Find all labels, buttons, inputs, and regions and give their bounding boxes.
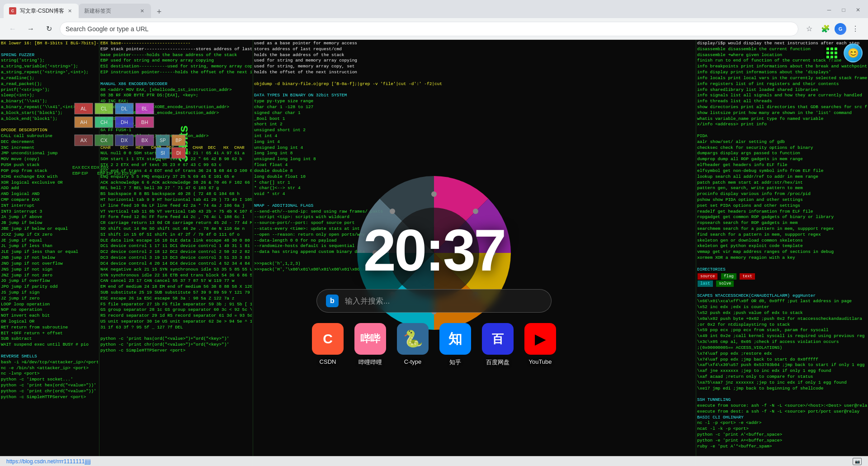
tab-newtab-title: 新建标签页 — [84, 7, 137, 15]
bg-text: SO shift out 14 0e SO shift out 46 2e . … — [100, 226, 252, 232]
tab-newtab[interactable]: 新建标签页 ✕ — [79, 4, 151, 18]
register-diagram: 32bits 16bits Bit AL CL DL BL AH CH D — [70, 99, 197, 200]
bg-text — [697, 128, 867, 133]
extensions-button[interactable]: 🧩 — [818, 22, 833, 36]
bg-text: \x0a\x02 push byte +0x02 ;push 0x2 for n… — [697, 316, 867, 322]
bg-text: searchmem search for a pattern in mem, s… — [697, 226, 867, 232]
bg-text: ESI destination-----------used for strin… — [100, 64, 252, 70]
app-icons-row: C CSDN 哔哔 哔哩哔哩 🐍 C-type 知 知乎 百 百度网盘 — [312, 323, 556, 366]
bg-text: \x3c\x05 cmp al, 0x05 ;check if access v… — [697, 339, 867, 345]
back-button[interactable]: ← — [5, 22, 20, 36]
status-bar-right: 📷 — [853, 458, 862, 465]
app-icon-csdn[interactable]: C CSDN — [312, 323, 344, 365]
bg-text: DLE data link escape 16 10 DLE data link… — [100, 238, 252, 244]
user-avatar[interactable]: 😊 — [844, 43, 863, 62]
bookmark-button[interactable]: ☆ — [802, 22, 816, 36]
tab-newtab-close[interactable]: ✕ — [138, 7, 146, 14]
bg-text: used for string and memory array copying — [254, 58, 695, 64]
tab-csdn-title: 写文章-CSDN博客 — [20, 7, 64, 15]
bg-text: used as a base pointer for memory access — [254, 41, 695, 47]
bg-text: LOOP loop operation — [1, 302, 98, 308]
csdn-label: CSDN — [320, 358, 336, 365]
menu-button[interactable]: ⋮ — [848, 22, 863, 36]
browser-toolbar: ← → ↻ Search Google or type a URL ☆ 🧩 G … — [0, 18, 868, 40]
bg-text: DC1 device control 1 17 11 DC1 device co… — [100, 243, 252, 249]
bg-text: JB jump if below — [1, 220, 98, 226]
bg-text: ropsearch search for ROP gadgets in mem — [697, 220, 867, 226]
zhihu-label: 知乎 — [449, 358, 461, 366]
bg-text: FF form feed 12 0c FF form feed 44 2c , … — [100, 214, 252, 220]
youtube-icon: ▶ — [524, 323, 556, 355]
bg-text: INT interrupt — [1, 203, 98, 209]
svg-point-45 — [390, 209, 395, 214]
bg-text: string('string'); — [1, 58, 98, 64]
bg-text: \xaf acaad ;return only to compare for s… — [697, 374, 867, 380]
svg-text:EBP EIP ESI EDI EIP: EBP EIP ESI EDI EIP — [97, 171, 136, 176]
bg-text: SYN synchronous idle 22 16 ETB end trans… — [100, 273, 252, 279]
svg-text:BH: BH — [141, 119, 148, 125]
bg-text: INT3 interrupt 3 — [1, 209, 98, 215]
bg-text: info signals list all signals and how th… — [697, 93, 867, 99]
grid-apps-icon[interactable] — [824, 45, 840, 61]
address-bar-text: Search Google or type a URL — [66, 25, 793, 33]
app-icon-bilibili[interactable]: 哔哔 哔哩哔哩 — [354, 323, 386, 366]
profile-button[interactable]: G — [835, 23, 846, 35]
bg-text: dumpargs display args passed to function — [697, 151, 867, 157]
forward-button[interactable]: → — [24, 22, 38, 36]
bg-text: DC2 device control 2 18 12 DC2 device co… — [100, 249, 252, 255]
bg-text: JPO jump if parity odd — [1, 284, 98, 290]
bg-text: CR carriage return 13 0d CR carriage ret… — [100, 220, 252, 226]
bg-text: CAN cancel 23 17 CAN cancel 55 37 7 87 5… — [100, 278, 252, 284]
svg-text:CX: CX — [100, 138, 108, 143]
bg-text: \xaf jne xxxxxxx ;jep to inc edx if only… — [697, 368, 867, 374]
close-button[interactable]: ✕ — [852, 4, 864, 16]
bg-text: PIDA — [697, 133, 867, 139]
address-bar[interactable]: Search Google or type a URL — [60, 22, 798, 36]
bg-text: info locals print local vars in the curr… — [697, 76, 867, 81]
bg-text: find search for a pattern in mem, supppo… — [697, 232, 867, 238]
bg-text: ;(0x00000005== ACCESS_VIOLATIONS) — [697, 345, 867, 351]
bg-text: \x66\x01\xca\xff\x0f OR d0, 0x0fff ;put … — [697, 299, 867, 304]
svg-text:BP: BP — [175, 138, 182, 143]
bg-text: BIT +OFF return + offset — [1, 331, 98, 337]
new-tab-button[interactable]: + — [153, 5, 165, 18]
minimize-button[interactable]: ─ — [823, 4, 835, 16]
refresh-button[interactable]: ↻ — [42, 22, 56, 36]
csdn-icon: C — [312, 323, 344, 355]
bg-text: JO jump if overflow — [1, 278, 98, 284]
bg-text: NOP no operation — [1, 307, 98, 313]
bg-text: xkeleton get python exploit code templat… — [697, 243, 867, 249]
tab-csdn[interactable]: C 写文章-CSDN博客 ✕ — [4, 4, 79, 18]
svg-text:DL: DL — [121, 106, 127, 111]
search-bar[interactable]: b 输入并搜索... — [316, 289, 552, 313]
bg-text: DATA TYPES IN BINARY ON 32bit SYSTEM — [254, 93, 695, 99]
bg-text: \xa75\xaa7 jnz xxxxxxx ;jep to inc edx i… — [697, 380, 867, 386]
python-icon: 🐍 — [397, 323, 429, 355]
screenshot-icon[interactable]: 📷 — [853, 458, 862, 465]
bg-text: vmmap get vir map address ranges of sect… — [697, 249, 867, 255]
app-icon-zhihu[interactable]: 知 知乎 — [439, 323, 471, 366]
app-icon-python[interactable]: 🐍 C-type — [397, 323, 429, 365]
svg-text:AH: AH — [80, 119, 87, 125]
bg-text: JL jump if less than — [1, 243, 98, 249]
grid-dot-1 — [826, 48, 829, 50]
bg-text: show directories print all directories t… — [697, 105, 867, 110]
tab-csdn-close[interactable]: ✕ — [66, 7, 73, 14]
bg-text: elfheader get headers info ELF file — [697, 162, 867, 168]
bg-text: a_string_variable('<string>'); — [1, 64, 98, 70]
bg-text: signed char char 1 — [254, 110, 695, 116]
python-label: C-type — [404, 358, 421, 365]
bg-text: ESC escape 26 1a ESC escape 58 3a : 90 5… — [100, 296, 252, 302]
app-icon-youtube[interactable]: ▶ YouTube — [524, 323, 556, 365]
bg-text: 31 1f 63 3f ? 95 5f _ 127 7f DEL — [100, 325, 252, 331]
bg-text: nc -l -p <port> -e <addr> — [697, 420, 867, 426]
maximize-button[interactable]: □ — [837, 4, 850, 16]
baidu-icon: 百 — [482, 323, 514, 355]
bg-text: lookup search all addr/ref to addr in me… — [697, 174, 867, 180]
bg-text: sleep(<int>); — [1, 93, 98, 99]
bg-text: python -c 'print hex(ord("<value>"))' — [1, 383, 98, 389]
bg-text: python -c 'print has(ord("<value>")+"ord… — [100, 336, 252, 342]
app-icon-baidu[interactable]: 百 百度网盘 — [482, 323, 514, 366]
bg-text: whatis variable_name print type fo named… — [697, 116, 867, 122]
bg-text: EBP used for string and memory array cop… — [100, 58, 252, 64]
